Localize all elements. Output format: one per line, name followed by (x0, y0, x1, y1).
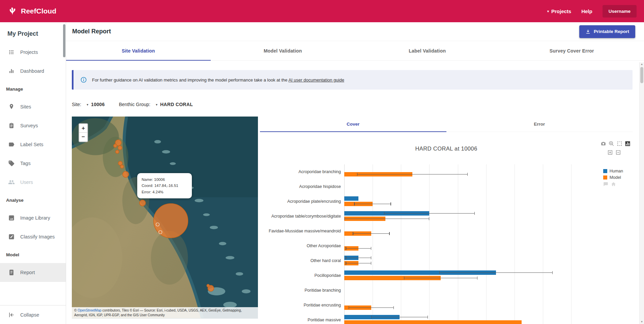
sidebar-item-label-sets[interactable]: Label Sets (0, 135, 66, 154)
collapse-label: Collapse (20, 312, 39, 318)
legend-label: Human (610, 169, 623, 173)
plotly-modebar (601, 141, 631, 147)
chart-mode-icon[interactable] (625, 141, 631, 147)
chart-category-label: Pocilloporidae (261, 268, 344, 283)
benthic-filter-value[interactable]: HARD CORAL (160, 102, 193, 107)
sidebar-item-dashboard[interactable]: Dashboard (0, 62, 66, 80)
chart-row: Favidae-Mussidae massive/meandroid (261, 224, 571, 238)
error-bar (354, 204, 391, 204)
sidebar-item-report[interactable]: Report (0, 263, 66, 282)
error-bar (346, 258, 371, 258)
tab-cover[interactable]: Cover (260, 117, 446, 132)
comment-icon[interactable] (603, 182, 608, 187)
minus-square-icon[interactable] (615, 150, 621, 155)
sidebar-item-label: Users (20, 180, 33, 185)
brand-name: ReefCloud (21, 7, 56, 15)
error-bar (346, 248, 371, 249)
sidebar-item-label: Dashboard (20, 68, 44, 74)
sidebar-item-surveys[interactable]: Surveys (0, 116, 66, 135)
top-navbar: ReefCloud ▾ Projects Help Username (0, 0, 644, 22)
chart-category-label: Poritidae branching (261, 283, 344, 298)
info-banner: For further guidance on AI validation me… (72, 70, 633, 90)
zoom-in-icon[interactable] (609, 141, 614, 147)
tab-site-validation[interactable]: Site Validation (66, 41, 211, 60)
username-button[interactable]: Username (603, 5, 637, 18)
scroll-up-arrow[interactable]: ▲ (641, 63, 643, 66)
zoom-in-button[interactable]: + (79, 124, 87, 133)
page-title: Model Report (72, 28, 111, 35)
sidebar-item-tags[interactable]: Tags (0, 154, 66, 173)
site-marker[interactable] (140, 200, 146, 206)
site-marker[interactable] (120, 165, 124, 168)
sidebar-item-users[interactable]: Users (0, 173, 66, 192)
chart-tabs: Cover Error (260, 117, 633, 132)
sidebar-scrollbar[interactable] (63, 22, 65, 324)
scroll-down-arrow[interactable]: ▼ (641, 321, 643, 323)
chart-bar-zone (344, 179, 571, 194)
coral-logo-icon (7, 6, 18, 16)
brand[interactable]: ReefCloud (7, 6, 56, 16)
sidebar-item-label: Image Library (20, 215, 50, 221)
printable-report-label: Printable Report (594, 29, 629, 34)
legend-item-model[interactable]: Model (603, 175, 623, 180)
chart-rows: Acroporidae branchingAcroporidae hispido… (261, 164, 571, 324)
chart-category-label: Other Acroporidae (261, 238, 344, 253)
main-scrollbar[interactable]: ▲ ▼ (639, 62, 644, 324)
sidebar-item-classify-images[interactable]: Classify Images (0, 227, 66, 246)
site-marker[interactable] (207, 284, 209, 287)
error-bar (371, 317, 428, 317)
sidebar-item-image-library[interactable]: Image Library (0, 208, 66, 227)
map-canvas (72, 117, 258, 318)
sidebar-item-projects[interactable]: Projects (0, 43, 66, 62)
error-bar (384, 213, 475, 214)
documentation-link[interactable]: AI user documentation guide (288, 77, 344, 83)
camera-icon[interactable] (601, 141, 606, 147)
sidebar-item-label: Sites (20, 104, 31, 109)
error-bar (357, 174, 468, 174)
legend-label: Model (610, 175, 621, 180)
site-filter-value[interactable]: 10006 (91, 102, 105, 107)
image-icon (8, 215, 15, 221)
chart-bar-zone (344, 194, 571, 209)
openstreetmap-link[interactable]: OpenStreetMap (78, 309, 101, 312)
site-marker[interactable] (114, 144, 117, 148)
site-marker[interactable] (118, 161, 122, 165)
site-marker[interactable] (116, 150, 119, 154)
chart-bar-zone (344, 164, 571, 179)
chart-category-label: Acroporidae table/corymbose/digitate (261, 209, 344, 224)
error-bar (404, 278, 478, 278)
site-marker[interactable] (118, 146, 122, 150)
chart-legend: Human Model (603, 169, 623, 187)
site-map[interactable]: + − Name: 10006 Coord: 147.84,-16.51 Err… (72, 117, 258, 319)
sidebar-collapse-button[interactable]: Collapse (0, 305, 66, 324)
site-marker[interactable] (123, 171, 129, 177)
site-dropdown-caret-icon[interactable]: ▾ (87, 103, 88, 106)
nav-projects-menu[interactable]: ▾ Projects (547, 8, 571, 14)
bar-model[interactable] (344, 320, 522, 324)
tooltip-name: Name: 10006 (142, 176, 187, 183)
sidebar-item-sites[interactable]: Sites (0, 97, 66, 116)
main-scrollbar-thumb[interactable] (640, 67, 643, 83)
modebar-extra-icons (603, 182, 623, 187)
tab-model-validation[interactable]: Model Validation (211, 41, 355, 60)
tab-error[interactable]: Error (446, 117, 633, 132)
chart-category-label: Other hard coral (261, 253, 344, 268)
bar-human[interactable] (344, 196, 358, 201)
tab-survey-cover-error[interactable]: Survey Cover Error (500, 41, 644, 60)
zoom-out-button[interactable]: − (79, 133, 87, 141)
classify-image-icon (8, 233, 15, 240)
tab-label-validation[interactable]: Label Validation (355, 41, 500, 60)
chart-bar-zone (344, 283, 571, 298)
chart-category-label: Poritidae massive (261, 313, 344, 324)
legend-item-human[interactable]: Human (603, 169, 623, 173)
home-icon[interactable] (611, 182, 616, 187)
nav-help[interactable]: Help (581, 8, 592, 14)
plus-square-icon[interactable] (607, 150, 613, 155)
box-select-icon[interactable] (617, 141, 622, 147)
sidebar-scrollbar-thumb[interactable] (63, 24, 65, 57)
chart-bar-zone (344, 253, 571, 268)
users-icon (8, 179, 15, 186)
printable-report-button[interactable]: Printable Report (579, 25, 635, 38)
benthic-dropdown-caret-icon[interactable]: ▾ (156, 103, 157, 106)
chart-row: Poritidae massive (261, 313, 571, 324)
